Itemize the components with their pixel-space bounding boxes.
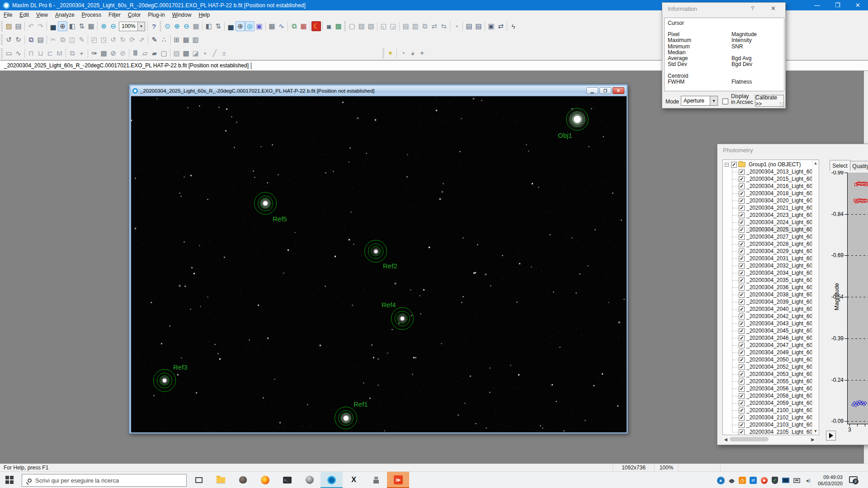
close-button[interactable]: ✕ <box>848 0 868 10</box>
tray-red-dot-tray[interactable] <box>760 476 769 485</box>
duplicate-window-icon[interactable]: ◫ <box>67 35 77 45</box>
item-checkbox[interactable]: ✓ <box>739 277 745 283</box>
item-label[interactable]: _20200304_2042_Light_60 <box>746 313 812 319</box>
scroll-left-icon[interactable]: ◀ <box>722 437 729 442</box>
information-2-icon[interactable]: ⊕ <box>236 21 245 31</box>
tray-defender-tray[interactable]: ✓ <box>770 476 779 485</box>
pin-point-2-icon[interactable]: ⇅ <box>213 21 223 31</box>
tree-item-row[interactable]: ✓_20200304_2056_Light_60 <box>723 385 819 392</box>
item-checkbox[interactable]: ✓ <box>739 205 745 211</box>
redo-2-icon[interactable]: ↻ <box>14 35 23 45</box>
photometry-plot[interactable] <box>847 173 868 424</box>
flip-vertical-icon[interactable]: ◳ <box>99 35 108 45</box>
item-label[interactable]: _20200304_2025_Light_60 <box>746 226 812 233</box>
item-checkbox[interactable]: ✓ <box>739 270 745 276</box>
taskbar-app-firefox[interactable] <box>254 472 276 488</box>
tree-item-row[interactable]: ✓_20200304_2046_Light_60 <box>723 334 819 342</box>
mode-combobox[interactable]: Aperture ▼ <box>681 96 718 106</box>
tree-item-row[interactable]: ✓_20200304_2059_Light_60 <box>723 399 819 407</box>
item-label[interactable]: _20200304_2015_Light_60 <box>746 176 812 182</box>
screen-zoom-icon[interactable]: ▣ <box>255 21 264 31</box>
run-script-icon[interactable]: ϟ <box>509 21 518 31</box>
taskbar-app-gimp[interactable] <box>232 472 254 488</box>
item-label[interactable]: _20200304_2040_Light_60 <box>746 306 812 312</box>
box-dark-icon[interactable]: ▩ <box>181 48 191 58</box>
start-button[interactable] <box>5 476 14 484</box>
open-2-icon[interactable]: ▨ <box>357 21 366 31</box>
item-checkbox[interactable]: ✓ <box>739 198 745 204</box>
magnify-box-icon[interactable]: ◎ <box>245 21 255 31</box>
slope-icon[interactable]: ∿ <box>14 48 23 58</box>
item-checkbox[interactable]: ✓ <box>739 212 745 218</box>
resize-grip[interactable] <box>779 102 785 108</box>
pie-report-icon[interactable]: ◔ <box>452 21 461 31</box>
item-checkbox[interactable]: ✓ <box>739 343 745 348</box>
tile-windows-icon[interactable]: ⊞ <box>172 35 181 45</box>
item-label[interactable]: _20200304_2100_Light_60 <box>746 407 812 413</box>
measure-m-icon[interactable]: M <box>55 48 64 58</box>
magnify-icon[interactable]: ⊙ <box>163 21 172 31</box>
play-button[interactable] <box>826 431 836 441</box>
tray-dropbox-tray[interactable]: ◆◆ <box>727 476 736 485</box>
curves-icon[interactable]: ∿ <box>277 21 286 31</box>
tree-item-row[interactable]: ✓_20200304_2042_Light_60 <box>723 313 819 320</box>
close-icon[interactable]: ✕ <box>771 5 776 12</box>
edit-properties-icon[interactable]: ▣ <box>486 21 496 31</box>
tree-item-row[interactable]: ✓_20200304_2028_Light_60 <box>723 240 819 248</box>
stretch-window-icon[interactable]: ▦ <box>86 21 96 31</box>
item-checkbox[interactable]: ✓ <box>739 393 745 399</box>
color-dots-icon[interactable]: ∴ <box>159 35 169 45</box>
save-all-icon[interactable]: ⧉ <box>420 21 429 31</box>
tree-horizontal-scrollbar[interactable]: ◀ ▶ <box>722 436 816 443</box>
item-label[interactable]: _20200304_2053_Light_60 <box>746 371 812 377</box>
item-checkbox[interactable]: ✓ <box>739 234 745 240</box>
tree-item-row[interactable]: ✓_20200304_2100_Light_60 <box>723 407 819 414</box>
item-label[interactable]: _20200304_2038_Light_60 <box>746 291 812 298</box>
minimize-button[interactable]: — <box>807 0 827 10</box>
tree-item-row[interactable]: ✓_20200304_2025_Light_60 <box>723 226 819 233</box>
item-label[interactable]: _20200304_2023_Light_60 <box>746 212 812 218</box>
gauge-2-icon[interactable]: ◕ <box>408 48 417 58</box>
tree-item-row[interactable]: ✓_20200304_2018_Light_60 <box>723 190 819 197</box>
tree-item-row[interactable]: ✓_20200304_2029_Light_60 <box>723 248 819 255</box>
taskbar-app-x-app[interactable]: X <box>343 472 365 488</box>
toolbar-grip[interactable] <box>382 48 384 58</box>
tree-item-row[interactable]: ✓_20200304_2053_Light_60 <box>723 371 819 378</box>
scroll-right-icon[interactable]: ▶ <box>810 437 816 442</box>
item-label[interactable]: _20200304_2027_Light_60 <box>746 234 812 240</box>
photometry-file-tree[interactable]: −✓Group1 (no OBJECT)✓_20200304_2013_Ligh… <box>722 160 819 435</box>
tree-item-row[interactable]: ✓_20200304_2038_Light_60 <box>723 291 819 298</box>
item-label[interactable]: _20200304_2034_Light_60 <box>746 270 812 276</box>
taskbar-app-terminal[interactable]: >_ <box>276 472 298 488</box>
tree-root-row[interactable]: −✓Group1 (no OBJECT) <box>723 161 819 168</box>
tree-item-row[interactable]: ✓_20200304_2020_Light_60 <box>723 197 819 204</box>
item-label[interactable]: _20200304_2056_Light_60 <box>746 385 812 392</box>
folder-save-icon[interactable]: ▰ <box>150 48 159 58</box>
tree-item-row[interactable]: ✓_20200304_2055_Light_60 <box>723 378 819 385</box>
save-layout-icon[interactable]: ▥ <box>191 35 200 45</box>
convert-icon[interactable]: ⇆ <box>439 21 448 31</box>
item-label[interactable]: _20200304_2031_Light_60 <box>746 255 812 262</box>
item-checkbox[interactable]: ✓ <box>739 292 745 298</box>
print-setup-icon[interactable]: ▤ <box>464 21 474 31</box>
tree-item-row[interactable]: ✓_20200304_2023_Light_60 <box>723 211 819 219</box>
measure-1-icon[interactable]: ⊓ <box>26 48 36 58</box>
tree-item-row[interactable]: ✓_20200304_2058_Light_60 <box>723 392 819 399</box>
combine-icon[interactable]: ⧉ <box>58 35 67 45</box>
item-label[interactable]: _20200304_2049_Light_60 <box>746 349 812 356</box>
toolbar-grip[interactable] <box>1 35 3 45</box>
new-document-icon[interactable]: ▢ <box>347 21 357 31</box>
tray-volume-tray[interactable]: ◄) <box>803 476 812 485</box>
star-align-icon[interactable]: ✦ <box>417 48 427 58</box>
paste-icon[interactable]: ▤ <box>36 35 45 45</box>
folder-dark-icon[interactable]: ▱ <box>140 48 150 58</box>
item-checkbox[interactable]: ✓ <box>739 285 745 291</box>
menu-window[interactable]: Window <box>169 11 195 19</box>
open-3-icon[interactable]: ▧ <box>366 21 376 31</box>
taskbar-app-planetarium[interactable] <box>298 472 321 488</box>
item-checkbox[interactable]: ✓ <box>739 176 745 182</box>
image-close-button[interactable]: ✕ <box>613 87 624 94</box>
item-checkbox[interactable]: ✓ <box>739 256 745 262</box>
tree-item-row[interactable]: ✓_20200304_2032_Light_60 <box>723 262 819 269</box>
item-checkbox[interactable]: ✓ <box>739 408 745 413</box>
